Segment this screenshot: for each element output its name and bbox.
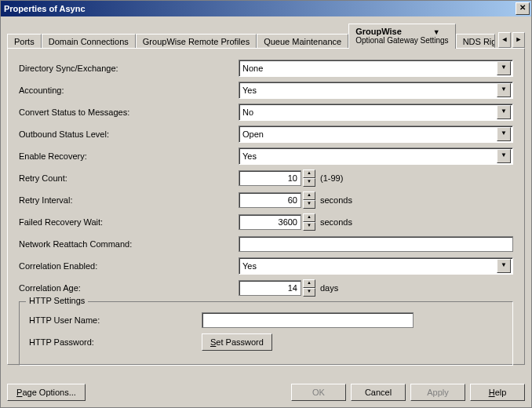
- http-settings-group: HTTP Settings HTTP User Name: HTTP Passw…: [19, 301, 513, 366]
- enable-recovery-label: Enable Recovery:: [19, 151, 239, 161]
- correlation-age-suffix: days: [320, 283, 338, 293]
- retry-count-label: Retry Count:: [19, 173, 239, 183]
- directory-sync-dropdown[interactable]: None ▼: [239, 60, 513, 77]
- tab-domain-connections[interactable]: Domain Connections: [42, 34, 136, 49]
- accounting-label: Accounting:: [19, 86, 239, 95]
- failed-recovery-input[interactable]: 3600: [239, 214, 301, 230]
- page-options-button[interactable]: Page Options...: [7, 384, 86, 401]
- failed-recovery-suffix: seconds: [320, 217, 352, 227]
- set-password-button[interactable]: Set Password: [202, 333, 272, 351]
- tab-queue-maintenance[interactable]: Queue Maintenance: [257, 34, 348, 49]
- content-panel: Directory Sync/Exchange: None ▼ Accounti…: [7, 48, 525, 365]
- http-settings-legend: HTTP Settings: [26, 296, 88, 305]
- outbound-status-label: Outbound Status Level:: [19, 129, 239, 139]
- close-button[interactable]: ✕: [516, 2, 530, 15]
- tab-nds-rights[interactable]: NDS Rights: [456, 34, 495, 49]
- convert-status-dropdown[interactable]: No ▼: [239, 104, 513, 121]
- title-bar: Properties of Async ✕: [1, 1, 531, 16]
- tab-dropdown-icon[interactable]: ▼: [433, 28, 440, 36]
- correlation-age-input[interactable]: 14: [239, 280, 301, 296]
- properties-window: Properties of Async ✕ Ports Domain Conne…: [0, 0, 532, 408]
- correlation-age-spinner[interactable]: ▲▼: [303, 279, 315, 297]
- http-username-input[interactable]: [202, 312, 414, 328]
- correlation-enabled-dropdown[interactable]: Yes ▼: [239, 257, 513, 275]
- http-password-label: HTTP Password:: [29, 337, 202, 347]
- tab-scroll-right[interactable]: ►: [512, 32, 525, 48]
- network-reattach-input[interactable]: [239, 236, 513, 252]
- network-reattach-label: Network Reattach Command:: [19, 239, 239, 249]
- failed-recovery-label: Failed Recovery Wait:: [19, 217, 239, 227]
- retry-interval-spinner[interactable]: ▲▼: [303, 191, 315, 209]
- directory-sync-label: Directory Sync/Exchange:: [19, 64, 239, 73]
- tab-groupwise[interactable]: GroupWise▼ Optional Gateway Settings: [348, 24, 455, 49]
- chevron-down-icon[interactable]: ▼: [497, 61, 511, 75]
- ok-button[interactable]: OK: [291, 384, 346, 401]
- chevron-down-icon[interactable]: ▼: [497, 83, 511, 97]
- http-username-label: HTTP User Name:: [29, 315, 202, 325]
- enable-recovery-dropdown[interactable]: Yes ▼: [239, 148, 513, 165]
- retry-interval-input[interactable]: 60: [239, 192, 301, 208]
- retry-interval-label: Retry Interval:: [19, 195, 239, 205]
- retry-interval-suffix: seconds: [320, 195, 352, 205]
- tab-groupwise-remote-profiles[interactable]: GroupWise Remote Profiles: [136, 34, 257, 49]
- apply-button[interactable]: Apply: [410, 384, 465, 401]
- dialog-footer: Page Options... OK Cancel Apply Help: [7, 384, 525, 401]
- chevron-down-icon[interactable]: ▼: [497, 127, 511, 141]
- correlation-age-label: Correlation Age:: [19, 283, 239, 293]
- chevron-down-icon[interactable]: ▼: [497, 259, 511, 273]
- cancel-button[interactable]: Cancel: [351, 384, 406, 401]
- retry-count-suffix: (1-99): [320, 173, 343, 183]
- accounting-dropdown[interactable]: Yes ▼: [239, 82, 513, 99]
- retry-count-spinner[interactable]: ▲▼: [303, 169, 315, 187]
- outbound-status-dropdown[interactable]: Open ▼: [239, 126, 513, 143]
- tab-bar: Ports Domain Connections GroupWise Remot…: [7, 23, 525, 48]
- window-title: Properties of Async: [4, 4, 86, 13]
- failed-recovery-spinner[interactable]: ▲▼: [303, 213, 315, 231]
- retry-count-input[interactable]: 10: [239, 170, 301, 186]
- chevron-down-icon[interactable]: ▼: [497, 149, 511, 163]
- convert-status-label: Convert Status to Messages:: [19, 107, 239, 117]
- tab-scroll-left[interactable]: ◄: [498, 32, 511, 48]
- chevron-down-icon[interactable]: ▼: [497, 105, 511, 119]
- help-button[interactable]: Help: [470, 384, 525, 401]
- tab-ports[interactable]: Ports: [7, 34, 42, 49]
- correlation-enabled-label: Correlation Enabled:: [19, 261, 239, 271]
